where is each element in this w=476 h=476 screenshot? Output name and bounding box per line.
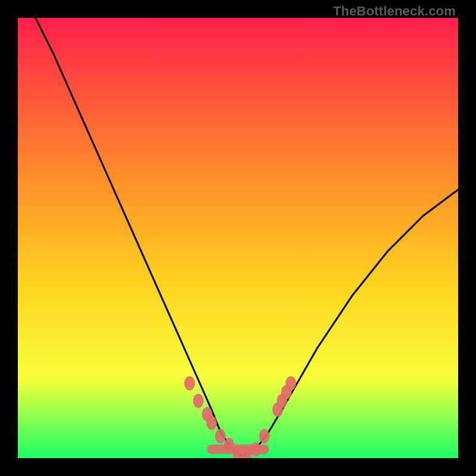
watermark-text: TheBottleneck.com: [333, 4, 456, 19]
gradient-background: [18, 18, 458, 458]
marker-point: [184, 376, 195, 390]
marker-point: [224, 438, 234, 452]
marker-point: [215, 429, 226, 443]
marker-point: [259, 429, 270, 443]
marker-point: [206, 416, 217, 430]
marker-point: [286, 376, 296, 390]
bottleneck-chart: [18, 18, 458, 458]
chart-frame: [18, 18, 458, 458]
marker-point: [250, 442, 261, 456]
marker-point: [193, 394, 203, 408]
